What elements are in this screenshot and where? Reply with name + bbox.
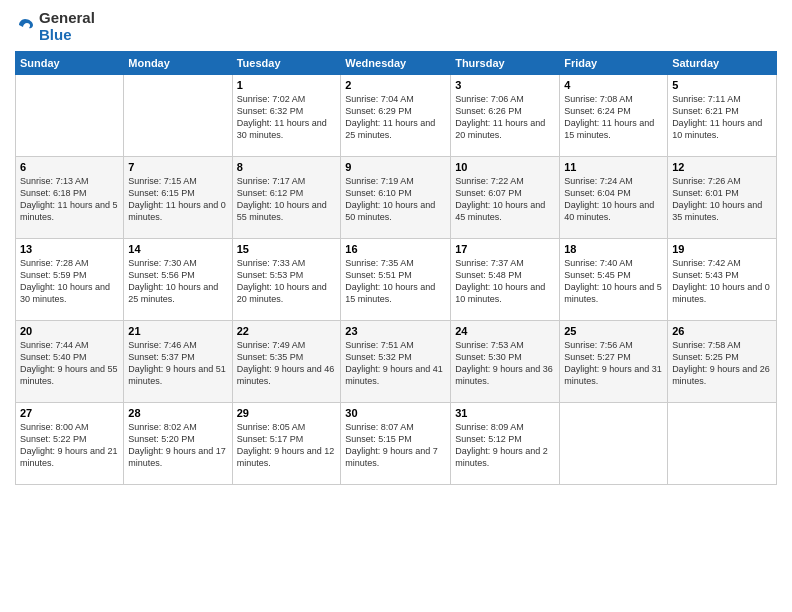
- logo-general: General: [39, 10, 95, 27]
- day-number: 12: [672, 161, 772, 173]
- page: General Blue SundayMondayTuesdayWednesda…: [0, 0, 792, 612]
- day-number: 29: [237, 407, 337, 419]
- header: General Blue: [15, 10, 777, 43]
- day-info: Sunrise: 7:51 AMSunset: 5:32 PMDaylight:…: [345, 339, 446, 388]
- day-info: Sunrise: 8:02 AMSunset: 5:20 PMDaylight:…: [128, 421, 227, 470]
- day-number: 30: [345, 407, 446, 419]
- calendar-cell: 15Sunrise: 7:33 AMSunset: 5:53 PMDayligh…: [232, 239, 341, 321]
- calendar-cell: 8Sunrise: 7:17 AMSunset: 6:12 PMDaylight…: [232, 157, 341, 239]
- calendar-table: SundayMondayTuesdayWednesdayThursdayFrid…: [15, 51, 777, 485]
- day-info: Sunrise: 7:37 AMSunset: 5:48 PMDaylight:…: [455, 257, 555, 306]
- day-info: Sunrise: 7:49 AMSunset: 5:35 PMDaylight:…: [237, 339, 337, 388]
- day-number: 31: [455, 407, 555, 419]
- day-info: Sunrise: 8:00 AMSunset: 5:22 PMDaylight:…: [20, 421, 119, 470]
- day-number: 14: [128, 243, 227, 255]
- day-info: Sunrise: 8:09 AMSunset: 5:12 PMDaylight:…: [455, 421, 555, 470]
- day-info: Sunrise: 7:58 AMSunset: 5:25 PMDaylight:…: [672, 339, 772, 388]
- day-info: Sunrise: 7:30 AMSunset: 5:56 PMDaylight:…: [128, 257, 227, 306]
- calendar-cell: 29Sunrise: 8:05 AMSunset: 5:17 PMDayligh…: [232, 403, 341, 485]
- calendar-cell: 24Sunrise: 7:53 AMSunset: 5:30 PMDayligh…: [451, 321, 560, 403]
- day-info: Sunrise: 7:44 AMSunset: 5:40 PMDaylight:…: [20, 339, 119, 388]
- calendar-cell: [668, 403, 777, 485]
- week-row-4: 20Sunrise: 7:44 AMSunset: 5:40 PMDayligh…: [16, 321, 777, 403]
- day-number: 15: [237, 243, 337, 255]
- day-info: Sunrise: 7:06 AMSunset: 6:26 PMDaylight:…: [455, 93, 555, 142]
- calendar-cell: 12Sunrise: 7:26 AMSunset: 6:01 PMDayligh…: [668, 157, 777, 239]
- day-number: 24: [455, 325, 555, 337]
- day-info: Sunrise: 7:35 AMSunset: 5:51 PMDaylight:…: [345, 257, 446, 306]
- day-number: 21: [128, 325, 227, 337]
- calendar-cell: 26Sunrise: 7:58 AMSunset: 5:25 PMDayligh…: [668, 321, 777, 403]
- day-info: Sunrise: 7:11 AMSunset: 6:21 PMDaylight:…: [672, 93, 772, 142]
- calendar-cell: 23Sunrise: 7:51 AMSunset: 5:32 PMDayligh…: [341, 321, 451, 403]
- day-info: Sunrise: 7:28 AMSunset: 5:59 PMDaylight:…: [20, 257, 119, 306]
- day-number: 23: [345, 325, 446, 337]
- week-row-5: 27Sunrise: 8:00 AMSunset: 5:22 PMDayligh…: [16, 403, 777, 485]
- calendar-cell: 30Sunrise: 8:07 AMSunset: 5:15 PMDayligh…: [341, 403, 451, 485]
- calendar-cell: [16, 75, 124, 157]
- calendar-cell: 18Sunrise: 7:40 AMSunset: 5:45 PMDayligh…: [560, 239, 668, 321]
- calendar-cell: 20Sunrise: 7:44 AMSunset: 5:40 PMDayligh…: [16, 321, 124, 403]
- day-info: Sunrise: 7:15 AMSunset: 6:15 PMDaylight:…: [128, 175, 227, 224]
- weekday-header-tuesday: Tuesday: [232, 52, 341, 75]
- day-info: Sunrise: 7:17 AMSunset: 6:12 PMDaylight:…: [237, 175, 337, 224]
- day-info: Sunrise: 7:40 AMSunset: 5:45 PMDaylight:…: [564, 257, 663, 306]
- week-row-1: 1Sunrise: 7:02 AMSunset: 6:32 PMDaylight…: [16, 75, 777, 157]
- calendar-cell: 21Sunrise: 7:46 AMSunset: 5:37 PMDayligh…: [124, 321, 232, 403]
- day-number: 17: [455, 243, 555, 255]
- calendar-cell: 22Sunrise: 7:49 AMSunset: 5:35 PMDayligh…: [232, 321, 341, 403]
- calendar-cell: 27Sunrise: 8:00 AMSunset: 5:22 PMDayligh…: [16, 403, 124, 485]
- calendar-cell: 13Sunrise: 7:28 AMSunset: 5:59 PMDayligh…: [16, 239, 124, 321]
- calendar-cell: 19Sunrise: 7:42 AMSunset: 5:43 PMDayligh…: [668, 239, 777, 321]
- day-info: Sunrise: 7:19 AMSunset: 6:10 PMDaylight:…: [345, 175, 446, 224]
- calendar-cell: [560, 403, 668, 485]
- day-info: Sunrise: 7:53 AMSunset: 5:30 PMDaylight:…: [455, 339, 555, 388]
- day-number: 9: [345, 161, 446, 173]
- week-row-2: 6Sunrise: 7:13 AMSunset: 6:18 PMDaylight…: [16, 157, 777, 239]
- day-info: Sunrise: 7:24 AMSunset: 6:04 PMDaylight:…: [564, 175, 663, 224]
- day-number: 3: [455, 79, 555, 91]
- weekday-header-row: SundayMondayTuesdayWednesdayThursdayFrid…: [16, 52, 777, 75]
- calendar-cell: 7Sunrise: 7:15 AMSunset: 6:15 PMDaylight…: [124, 157, 232, 239]
- calendar-cell: 11Sunrise: 7:24 AMSunset: 6:04 PMDayligh…: [560, 157, 668, 239]
- calendar-cell: 3Sunrise: 7:06 AMSunset: 6:26 PMDaylight…: [451, 75, 560, 157]
- calendar-cell: 16Sunrise: 7:35 AMSunset: 5:51 PMDayligh…: [341, 239, 451, 321]
- calendar-cell: 28Sunrise: 8:02 AMSunset: 5:20 PMDayligh…: [124, 403, 232, 485]
- day-number: 18: [564, 243, 663, 255]
- day-number: 10: [455, 161, 555, 173]
- day-info: Sunrise: 7:02 AMSunset: 6:32 PMDaylight:…: [237, 93, 337, 142]
- day-number: 16: [345, 243, 446, 255]
- day-info: Sunrise: 7:26 AMSunset: 6:01 PMDaylight:…: [672, 175, 772, 224]
- day-info: Sunrise: 7:22 AMSunset: 6:07 PMDaylight:…: [455, 175, 555, 224]
- day-number: 28: [128, 407, 227, 419]
- day-number: 20: [20, 325, 119, 337]
- day-info: Sunrise: 8:07 AMSunset: 5:15 PMDaylight:…: [345, 421, 446, 470]
- day-info: Sunrise: 7:13 AMSunset: 6:18 PMDaylight:…: [20, 175, 119, 224]
- calendar-cell: 25Sunrise: 7:56 AMSunset: 5:27 PMDayligh…: [560, 321, 668, 403]
- calendar-cell: 4Sunrise: 7:08 AMSunset: 6:24 PMDaylight…: [560, 75, 668, 157]
- day-info: Sunrise: 7:08 AMSunset: 6:24 PMDaylight:…: [564, 93, 663, 142]
- day-number: 11: [564, 161, 663, 173]
- calendar-cell: 17Sunrise: 7:37 AMSunset: 5:48 PMDayligh…: [451, 239, 560, 321]
- calendar-cell: 14Sunrise: 7:30 AMSunset: 5:56 PMDayligh…: [124, 239, 232, 321]
- week-row-3: 13Sunrise: 7:28 AMSunset: 5:59 PMDayligh…: [16, 239, 777, 321]
- day-number: 1: [237, 79, 337, 91]
- day-info: Sunrise: 7:33 AMSunset: 5:53 PMDaylight:…: [237, 257, 337, 306]
- day-number: 26: [672, 325, 772, 337]
- day-info: Sunrise: 8:05 AMSunset: 5:17 PMDaylight:…: [237, 421, 337, 470]
- day-number: 5: [672, 79, 772, 91]
- calendar-cell: 10Sunrise: 7:22 AMSunset: 6:07 PMDayligh…: [451, 157, 560, 239]
- day-number: 13: [20, 243, 119, 255]
- calendar-cell: 31Sunrise: 8:09 AMSunset: 5:12 PMDayligh…: [451, 403, 560, 485]
- logo-bird-icon: [15, 17, 35, 37]
- day-number: 4: [564, 79, 663, 91]
- calendar-cell: 1Sunrise: 7:02 AMSunset: 6:32 PMDaylight…: [232, 75, 341, 157]
- calendar-cell: 5Sunrise: 7:11 AMSunset: 6:21 PMDaylight…: [668, 75, 777, 157]
- day-number: 27: [20, 407, 119, 419]
- day-number: 6: [20, 161, 119, 173]
- day-number: 7: [128, 161, 227, 173]
- logo-blue: Blue: [39, 27, 95, 44]
- day-number: 22: [237, 325, 337, 337]
- weekday-header-saturday: Saturday: [668, 52, 777, 75]
- day-number: 19: [672, 243, 772, 255]
